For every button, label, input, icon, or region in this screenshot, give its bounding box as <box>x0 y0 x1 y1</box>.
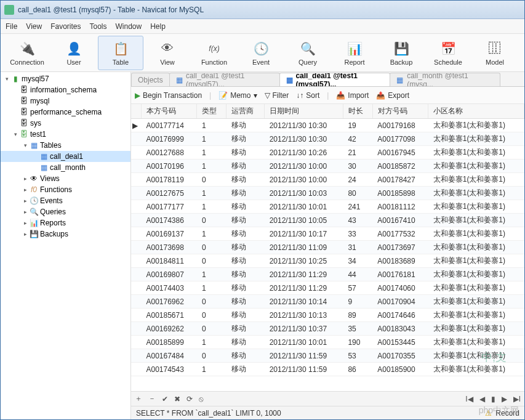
cell[interactable]: 89 <box>343 309 372 322</box>
cell[interactable]: 移动 <box>226 200 265 214</box>
cell[interactable]: A00183043 <box>372 322 428 336</box>
cell[interactable]: 44 <box>343 268 372 281</box>
cell[interactable]: A00179168 <box>372 119 428 132</box>
cell[interactable]: 太和姜寨1(太和姜寨1) <box>428 254 524 268</box>
tree-events[interactable]: ▸🕓Events <box>1 195 130 206</box>
cell[interactable]: 移动 <box>226 173 265 187</box>
cell[interactable]: 0 <box>197 322 226 336</box>
col-carrier[interactable]: 运营商 <box>226 104 265 119</box>
cell[interactable]: 2012/11/30 10:17 <box>265 227 343 241</box>
cell[interactable]: 80 <box>343 187 372 200</box>
memo-button[interactable]: 📝Memo▾ <box>218 91 257 100</box>
cell[interactable]: 太和姜寨1(太和姜寨1) <box>428 227 524 241</box>
cell[interactable]: A00170904 <box>372 295 428 309</box>
table-row[interactable]: A00169807 1 移动 2012/11/30 11:29 44 A0017… <box>131 268 524 281</box>
cell[interactable]: 移动 <box>226 295 265 309</box>
tree-db-mysql[interactable]: 🗄mysql <box>1 95 130 107</box>
cell[interactable]: A00178427 <box>372 173 428 187</box>
cell[interactable]: 2012/11/30 11:09 <box>265 241 343 254</box>
cell[interactable]: 34 <box>343 254 372 268</box>
import-button[interactable]: 📥Import <box>336 91 369 100</box>
cell[interactable]: 1 <box>197 227 226 241</box>
cell[interactable]: 57 <box>343 281 372 295</box>
cell[interactable]: 1 <box>197 119 226 132</box>
cell[interactable]: A00185900 <box>372 363 428 376</box>
cell[interactable]: 移动 <box>226 146 265 160</box>
cell[interactable]: 1 <box>197 268 226 281</box>
cell[interactable]: 0 <box>197 349 226 363</box>
table-row[interactable]: A00169137 1 移动 2012/11/30 10:17 33 A0017… <box>131 227 524 241</box>
table-row[interactable]: A00185671 0 移动 2012/11/30 10:13 89 A0017… <box>131 309 524 322</box>
cell[interactable]: 1 <box>197 146 226 160</box>
cell[interactable]: 太和姜寨1(太和姜寨1) <box>428 363 524 376</box>
cell[interactable]: A00176181 <box>372 268 428 281</box>
cell[interactable]: 2012/11/30 10:00 <box>265 160 343 173</box>
cell[interactable]: 太和姜寨1(太和姜寨1) <box>428 200 524 214</box>
cell[interactable]: 移动 <box>226 254 265 268</box>
cell[interactable]: A00174386 <box>142 214 197 227</box>
cell[interactable]: 太和姜寨1(太和姜寨1) <box>428 119 524 132</box>
cell[interactable]: 21 <box>343 146 372 160</box>
view-button[interactable]: 👁View <box>145 36 190 70</box>
col-self-number[interactable]: 本方号码 <box>142 104 197 119</box>
table-row[interactable]: A00173698 0 移动 2012/11/30 11:09 31 A0017… <box>131 241 524 254</box>
cell[interactable]: A00167945 <box>372 146 428 160</box>
cell[interactable]: A00185872 <box>372 160 428 173</box>
table-row[interactable]: A00170196 1 移动 2012/11/30 10:00 30 A0018… <box>131 160 524 173</box>
cell[interactable]: 0 <box>197 254 226 268</box>
cell[interactable]: 1 <box>197 200 226 214</box>
cell[interactable]: 2012/11/30 10:26 <box>265 146 343 160</box>
tree-functions[interactable]: ▸f0Functions <box>1 184 130 195</box>
tree-backups[interactable]: ▸💾Backups <box>1 228 130 240</box>
tab-call-month[interactable]: ▦call_month @test1 (mysq... <box>390 73 500 86</box>
cell[interactable]: 移动 <box>226 268 265 281</box>
cell[interactable]: A00176962 <box>142 295 197 309</box>
cell[interactable]: 30 <box>343 160 372 173</box>
cell[interactable]: A00167484 <box>142 349 197 363</box>
table-row[interactable]: A00169262 0 移动 2012/11/30 10:37 35 A0018… <box>131 322 524 336</box>
cell[interactable]: 太和姜寨1(太和姜寨1) <box>428 336 524 349</box>
cell[interactable]: 33 <box>343 227 372 241</box>
commit-button[interactable]: ✔ <box>162 395 168 403</box>
cell[interactable]: 1 <box>197 187 226 200</box>
cell[interactable]: 2012/11/30 10:13 <box>265 309 343 322</box>
add-row-button[interactable]: ＋ <box>135 394 142 404</box>
table-row[interactable]: A00174543 1 移动 2012/11/30 11:59 86 A0018… <box>131 363 524 376</box>
event-button[interactable]: 🕓Event <box>238 36 284 70</box>
cell[interactable]: A00173698 <box>142 241 197 254</box>
cell[interactable]: A00173697 <box>372 241 428 254</box>
cell[interactable]: 太和姜寨1(太和姜寨1) <box>428 132 524 146</box>
cell[interactable]: A00127675 <box>142 187 197 200</box>
cell[interactable]: 2012/11/30 10:25 <box>265 254 343 268</box>
table-row[interactable]: A00174403 1 移动 2012/11/30 11:29 57 A0017… <box>131 281 524 295</box>
cell[interactable]: 太和姜寨1(太和姜寨1) <box>428 295 524 309</box>
cell[interactable]: 太和姜寨1(太和姜寨1) <box>428 268 524 281</box>
report-button[interactable]: 📊Report <box>332 36 377 70</box>
cell[interactable]: 0 <box>197 214 226 227</box>
cell[interactable]: 太和姜寨1(太和姜寨1) <box>428 241 524 254</box>
cell[interactable]: 190 <box>343 336 372 349</box>
titlebar[interactable]: call_deal1 @test1 (mysql57) - Table - Na… <box>1 1 524 19</box>
cell[interactable]: A00185671 <box>142 309 197 322</box>
cell[interactable]: A00183689 <box>372 254 428 268</box>
prev-page-button[interactable]: ◀ <box>479 395 485 403</box>
cell[interactable]: A00177714 <box>142 119 197 132</box>
table-row[interactable]: A00176999 1 移动 2012/11/30 10:30 42 A0017… <box>131 132 524 146</box>
tree-connection[interactable]: ▾▮mysql57 <box>1 73 130 84</box>
schedule-button[interactable]: 📅Schedule <box>425 36 471 70</box>
data-grid[interactable]: 本方号码 类型 运营商 日期时间 时长 对方号码 小区名称 ▶ A0017771… <box>131 104 524 391</box>
cell[interactable]: 19 <box>343 119 372 132</box>
begin-transaction-button[interactable]: ▶Begin Transaction <box>135 91 202 100</box>
cell[interactable]: 移动 <box>226 336 265 349</box>
cell[interactable]: 太和姜寨1(太和姜寨1) <box>428 214 524 227</box>
tree-db-performance-schema[interactable]: 🗄performance_schema <box>1 107 130 118</box>
cell[interactable]: 2012/11/30 10:01 <box>265 336 343 349</box>
tree-db-information-schema[interactable]: 🗄information_schema <box>1 84 130 95</box>
menu-help[interactable]: Help <box>150 22 166 31</box>
cell[interactable]: 2012/11/30 11:59 <box>265 349 343 363</box>
cell[interactable]: A00177098 <box>372 132 428 146</box>
cell[interactable]: A00170355 <box>372 349 428 363</box>
cell[interactable]: 太和姜寨1(太和姜寨1) <box>428 349 524 363</box>
tree-db-test1[interactable]: ▾🗄test1 <box>1 129 130 140</box>
tree-tables[interactable]: ▾▦Tables <box>1 140 130 151</box>
